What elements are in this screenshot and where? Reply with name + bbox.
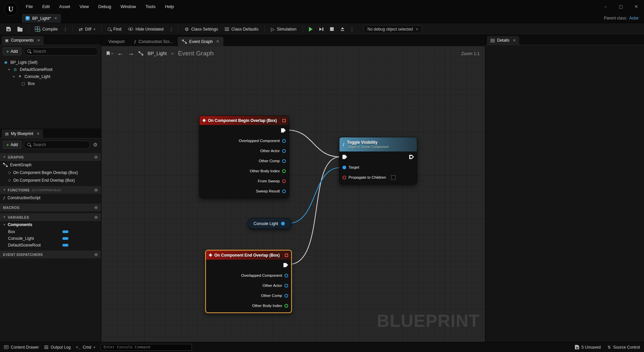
close-icon[interactable]: ✕ xyxy=(54,16,57,20)
back-arrow-icon[interactable]: ← xyxy=(117,50,123,57)
section-event-dispatchers[interactable]: EVENT DISPATCHERS ⊕ xyxy=(0,251,101,258)
menu-file[interactable]: File xyxy=(21,3,37,10)
chevron-down-icon[interactable]: ▾ xyxy=(111,52,113,55)
object-pin-icon[interactable] xyxy=(282,159,286,163)
node-header[interactable]: On Component Begin Overlap (Box) xyxy=(200,116,289,125)
close-icon[interactable]: ✕ xyxy=(513,38,516,43)
minimize-button[interactable]: – xyxy=(598,0,613,13)
menu-help[interactable]: Help xyxy=(161,3,178,10)
close-icon[interactable]: ✕ xyxy=(37,132,40,136)
exec-out-pin[interactable] xyxy=(283,263,288,267)
section-variables[interactable]: ▼ VARIABLES ⊕ xyxy=(0,213,101,221)
list-item-begin-overlap[interactable]: ◇ On Component Begin Overlap (Box) xyxy=(0,169,101,176)
menu-view[interactable]: View xyxy=(75,3,93,10)
list-item-end-overlap[interactable]: ◇ On Component End Overlap (Box) xyxy=(0,176,101,184)
pin-other-actor[interactable]: Other Actor xyxy=(200,146,289,156)
wire-console-light-target[interactable] xyxy=(288,168,340,223)
find-button[interactable]: Find xyxy=(105,25,124,33)
tab-details[interactable]: Details ✕ xyxy=(487,36,519,45)
variable-type-pill[interactable] xyxy=(62,244,68,247)
compile-button[interactable]: Compile xyxy=(32,25,61,33)
restore-button[interactable]: ▢ xyxy=(613,0,629,13)
int-pin-icon[interactable] xyxy=(284,304,288,308)
components-search-input[interactable] xyxy=(24,47,98,55)
section-graphs[interactable]: ▼ GRAPHS ⊕ xyxy=(0,153,101,161)
object-pin-icon[interactable] xyxy=(281,222,285,225)
tree-item-bp-light-self[interactable]: ◉ BP_Light (Self) xyxy=(0,59,101,66)
hide-unrelated-button[interactable]: Hide Unrelated xyxy=(125,25,166,33)
doc-tab-bp-light[interactable]: BP_Light* ✕ xyxy=(21,13,61,23)
compile-options-kebab-icon[interactable]: ⋮ xyxy=(61,27,69,32)
frame-advance-button[interactable] xyxy=(316,26,326,33)
console-command-input[interactable] xyxy=(101,344,192,351)
delegate-pin[interactable] xyxy=(282,119,286,122)
event-graph-canvas[interactable]: BLUEPRINT ▾ ← → BP_Light > Event Graph Z… xyxy=(101,46,485,342)
source-control-button[interactable]: ⇅ Source Control xyxy=(607,345,640,350)
variable-defaultsceneroot[interactable]: DefaultSceneRoot xyxy=(0,242,101,249)
save-button[interactable] xyxy=(3,25,14,33)
exec-out-pin[interactable] xyxy=(409,155,414,159)
tree-item-console-light[interactable]: ▾ ☀ Console_Light xyxy=(0,73,101,80)
close-icon[interactable]: ✕ xyxy=(216,39,219,44)
pin-other-actor[interactable]: Other Actor xyxy=(206,280,291,291)
forward-arrow-icon[interactable]: → xyxy=(128,50,134,57)
bool-pin-icon[interactable] xyxy=(282,179,286,183)
menu-edit[interactable]: Edit xyxy=(38,3,54,10)
pin-sweep-result[interactable]: Sweep Result xyxy=(200,186,289,196)
tab-my-blueprint[interactable]: ▤ My Blueprint ✕ xyxy=(2,129,43,138)
pin-overlapped-component[interactable]: Overlapped Component xyxy=(200,136,289,146)
unsaved-button[interactable]: 5 Unsaved xyxy=(575,345,601,350)
pin-propagate-to-children[interactable]: Propagate to Children xyxy=(339,172,417,182)
browse-button[interactable] xyxy=(14,25,25,33)
parent-class-link[interactable]: Actor xyxy=(629,16,639,20)
content-drawer-button[interactable]: Content Drawer xyxy=(4,345,39,350)
add-component-button[interactable]: + Add xyxy=(3,47,21,55)
variable-type-pill[interactable] xyxy=(62,237,68,240)
wire-begin-exec[interactable] xyxy=(287,130,340,157)
propagate-checkbox[interactable] xyxy=(391,175,395,180)
node-header[interactable]: On Component End Overlap (Box) xyxy=(206,251,291,260)
list-item-eventgraph[interactable]: EventGraph xyxy=(0,161,101,169)
diff-button[interactable]: ⇄ Diff ▾ xyxy=(76,25,98,33)
variable-type-pill[interactable] xyxy=(62,230,68,233)
class-settings-button[interactable]: ⚙ Class Settings xyxy=(181,25,221,33)
add-function-icon[interactable]: ⊕ xyxy=(94,187,98,192)
object-pin-icon[interactable] xyxy=(284,284,288,288)
add-variable-icon[interactable]: ⊕ xyxy=(94,215,98,220)
stop-button[interactable] xyxy=(327,26,337,33)
pin-other-comp[interactable]: Other Comp xyxy=(206,291,291,301)
my-blueprint-search-input[interactable] xyxy=(24,141,90,149)
add-blueprint-item-button[interactable]: + Add xyxy=(3,141,21,149)
debug-object-select[interactable]: No debug object selected ▾ xyxy=(364,25,422,33)
object-pin-icon[interactable] xyxy=(284,294,288,298)
menu-window[interactable]: Window xyxy=(116,3,140,10)
expander-icon[interactable]: ▾ xyxy=(12,75,15,78)
variable-console-light[interactable]: Console_Light xyxy=(0,235,101,242)
unreal-logo-icon[interactable]: U xyxy=(4,2,17,16)
pin-other-body-index[interactable]: Other Body Index xyxy=(206,301,291,311)
expander-icon[interactable]: ▾ xyxy=(7,68,11,71)
exec-out-pin[interactable] xyxy=(281,128,286,133)
close-button[interactable]: ✕ xyxy=(629,0,644,13)
object-pin-icon[interactable] xyxy=(282,149,286,153)
section-functions[interactable]: ▼ FUNCTIONS (22 OVERRIDABLE) ⊕ xyxy=(0,186,101,194)
cmd-dropdown[interactable]: >_ Cmd ▾ xyxy=(76,345,95,350)
variable-box[interactable]: Box xyxy=(0,228,101,235)
pin-target[interactable]: Target xyxy=(339,162,417,172)
node-toggle-visibility[interactable]: ƒ Toggle Visibility Target is Scene Comp… xyxy=(339,137,417,184)
menu-tools[interactable]: Tools xyxy=(141,3,160,10)
tab-components[interactable]: ▣ Components ✕ xyxy=(2,36,44,45)
int-pin-icon[interactable] xyxy=(282,169,286,173)
node-header[interactable]: ƒ Toggle Visibility Target is Scene Comp… xyxy=(339,137,417,151)
pin-other-body-index[interactable]: Other Body Index xyxy=(200,166,289,176)
pin-other-comp[interactable]: Other Comp xyxy=(200,156,289,166)
breadcrumb-root[interactable]: BP_Light xyxy=(148,51,167,56)
node-begin-overlap[interactable]: On Component Begin Overlap (Box) Overlap… xyxy=(199,116,289,198)
pin-overlapped-component[interactable]: Overlapped Component xyxy=(206,270,291,280)
object-pin-icon[interactable] xyxy=(342,166,346,169)
node-console-light-getter[interactable]: Console Light xyxy=(248,218,292,229)
bookmark-icon[interactable] xyxy=(107,51,110,55)
section-macros[interactable]: MACROS ⊕ xyxy=(0,204,101,211)
class-defaults-button[interactable]: Class Defaults xyxy=(222,25,262,33)
wire-end-exec[interactable] xyxy=(289,157,340,264)
